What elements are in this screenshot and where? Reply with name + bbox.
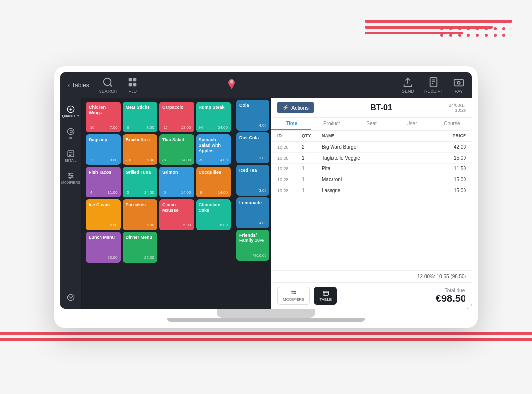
order-panel: ⚡ Actions BT-01 24/08/17 10:26 TimeProdu… — [271, 98, 472, 309]
footer-modifiers-button[interactable]: MODIFIERS — [277, 287, 310, 305]
svg-rect-2 — [129, 78, 132, 81]
back-label: Tables — [72, 82, 89, 89]
order-datetime: 24/08/17 10:26 — [449, 103, 466, 113]
menu-item[interactable]: Ice Cream 5.00 — [86, 199, 121, 230]
order-row-name: Lasagne — [322, 188, 436, 193]
tab-user[interactable]: User — [392, 118, 432, 130]
order-row-time: 10:28 — [277, 156, 302, 161]
menu-item[interactable]: Chocolate Cake 6.00 — [196, 199, 231, 230]
menu-item-name: Spinach Salad with Apples — [199, 137, 228, 153]
menu-item-numbers: -6 14.00 — [162, 190, 191, 195]
sidebar-detail-button[interactable]: DETAIL — [62, 147, 80, 164]
menu-item-numbers: -16 7.00 — [89, 125, 118, 130]
sidebar-modifiers-button[interactable]: MODIFIERS — [62, 169, 80, 187]
drink-item-number: 3.00 — [239, 156, 266, 160]
menu-item[interactable]: Fish Tacos -4 11.00 — [86, 167, 121, 197]
menu-item-num1: 94 — [199, 125, 203, 130]
total-amount: €98.50 — [436, 293, 466, 304]
drink-item[interactable]: Friends/ Family 10% %10.00 — [236, 230, 269, 261]
deco-line — [365, 20, 512, 23]
menu-item-num1: -6 — [162, 190, 166, 195]
sidebar-modifiers-label: MODIFIERS — [61, 181, 80, 184]
order-row-qty: 1 — [302, 155, 322, 161]
menu-item-num2: 8.50 — [146, 125, 154, 130]
menu-item-numbers: 5.00 — [162, 223, 191, 227]
col-id: ID — [277, 133, 302, 138]
drink-item-number: 4.00 — [239, 123, 266, 128]
tab-product[interactable]: Product — [311, 118, 351, 130]
menu-item-name: Cocquilles — [199, 170, 228, 175]
send-button[interactable]: SEND — [402, 77, 414, 94]
menu-item[interactable]: Meat Sticks -6 8.50 — [123, 102, 158, 132]
pay-icon — [453, 77, 464, 88]
order-row[interactable]: 10:28 1 Tagliatelle Veggie 15.00 — [271, 153, 472, 164]
menu-item[interactable]: Chicken Wings -16 7.00 — [86, 102, 121, 132]
menu-item-numbers: 6.00 — [126, 223, 155, 227]
pay-button[interactable]: PAY — [453, 77, 464, 94]
menu-item[interactable]: Carpaccio -10 13.00 — [159, 102, 194, 132]
menu-item[interactable]: Grilled Tuna -5 24.00 — [123, 167, 158, 197]
menu-item[interactable]: Salmon -6 14.00 — [159, 167, 194, 197]
tab-course[interactable]: Course — [432, 118, 472, 130]
order-row-qty: 1 — [302, 177, 322, 182]
menu-item[interactable]: Bruchetta s -10 5.00 — [123, 134, 158, 165]
tab-time[interactable]: Time — [271, 118, 311, 130]
menu-grid: Chicken Wings -16 7.00 Meat Sticks -6 8.… — [86, 102, 231, 263]
drink-item[interactable]: Diet Cola 3.00 — [236, 132, 269, 163]
menu-item[interactable]: Lunch Menu 20.00 — [86, 232, 121, 263]
menu-item[interactable]: Cocquilles -8 14.00 — [196, 167, 231, 197]
search-button[interactable]: SEARCH — [99, 77, 118, 94]
price-icon — [67, 128, 75, 135]
footer-buttons: MODIFIERSTABLE — [277, 287, 337, 305]
tab-seat[interactable]: Seat — [352, 118, 392, 130]
menu-item-numbers: 94 24.00 — [199, 125, 228, 130]
order-row-name: Pita — [322, 166, 436, 171]
menu-item-num2: 7.00 — [110, 125, 118, 130]
quantity-icon — [67, 105, 75, 113]
order-row[interactable]: 10:28 1 Macaroni 15.00 — [271, 174, 472, 185]
menu-item-num2: 5.00 — [183, 223, 191, 227]
drink-item[interactable]: Lemonade 4.00 — [236, 197, 269, 228]
menu-item-name: Lunch Menu — [89, 235, 118, 240]
order-row[interactable]: 10:28 1 Lasagne 15.00 — [271, 185, 472, 196]
menu-item[interactable]: Choco Mousse 5.00 — [159, 199, 194, 230]
menu-item[interactable]: Pancakes 6.00 — [123, 199, 158, 230]
sidebar-quantity-button[interactable]: QUANTITY — [62, 103, 80, 120]
drink-item[interactable]: Iced Tea 3.00 — [236, 165, 269, 196]
menu-item[interactable]: Thai Salad -5 14.00 — [159, 134, 194, 165]
menu-item[interactable]: Rump Steak 94 24.00 — [196, 102, 231, 132]
send-label: SEND — [402, 89, 414, 94]
order-row[interactable]: 10:28 2 Big Ward Burger 42.00 — [271, 142, 472, 153]
menu-item-numbers: -10 13.00 — [162, 125, 191, 130]
actions-button[interactable]: ⚡ Actions — [277, 102, 314, 113]
footer-table-button[interactable]: TABLE — [314, 287, 337, 305]
menu-item-numbers: -5 14.00 — [199, 158, 228, 162]
drink-item-name: Cola — [239, 103, 266, 108]
menu-item-num1: -10 — [126, 158, 132, 162]
deco-dot — [458, 34, 461, 37]
menu-item[interactable]: Dinner Menu 22.00 — [123, 232, 158, 263]
footer-btn-label: TABLE — [319, 297, 332, 302]
receipt-button[interactable]: RECEIPT — [424, 77, 443, 94]
back-button[interactable]: ‹ Tables — [68, 82, 89, 89]
menu-item-name: Meat Sticks — [126, 105, 155, 110]
col-name: NAME — [322, 133, 436, 138]
sidebar-scroll-down-button[interactable] — [62, 291, 80, 304]
menu-item-num2: 24.00 — [144, 190, 154, 195]
total-section: Total due: €98.50 — [436, 288, 466, 304]
modifiers-footer-icon — [290, 290, 297, 296]
order-items: 10:28 2 Big Ward Burger 42.00 10:28 1 Ta… — [271, 142, 472, 270]
deco-dot — [494, 27, 497, 30]
menu-item-num2: 13.00 — [181, 125, 191, 130]
order-row[interactable]: 10:28 1 Pita 11.50 — [271, 164, 472, 174]
menu-item[interactable]: Spinach Salad with Apples -5 14.00 — [196, 134, 231, 165]
menu-item-num1: -8 — [199, 190, 202, 195]
logo-icon — [225, 77, 238, 91]
plu-button[interactable]: PLU — [127, 77, 138, 94]
menu-item[interactable]: Dagsoep 11 8.00 — [86, 134, 121, 165]
drink-item-number: 4.00 — [239, 221, 266, 225]
drink-item[interactable]: Cola 4.00 — [236, 100, 269, 131]
order-row-name: Macaroni — [322, 177, 436, 182]
sidebar-price-button[interactable]: PRICE — [62, 125, 80, 142]
svg-rect-5 — [133, 83, 136, 86]
